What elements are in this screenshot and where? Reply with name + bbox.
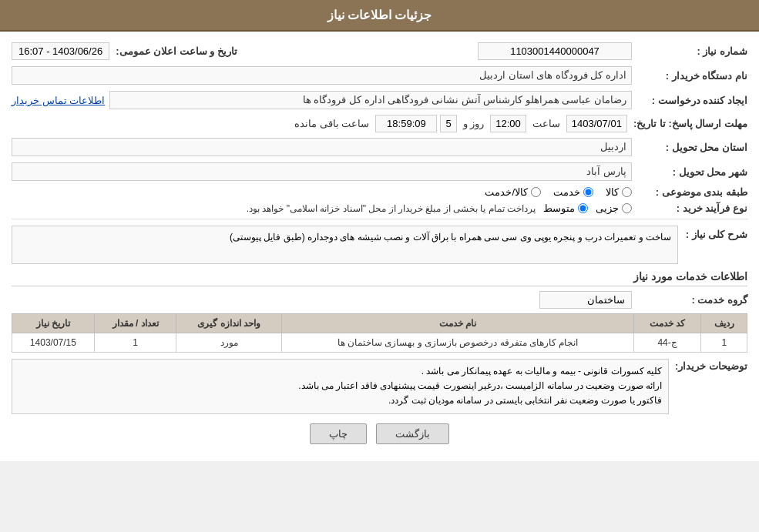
sharh-label: شرح کلی نیاز : bbox=[678, 229, 747, 240]
faraind-desc: پرداخت تمام یا بخشی از مبلغ خریدار از مح… bbox=[247, 203, 536, 214]
mohlat-remaining-label: ساعت باقی مانده bbox=[291, 118, 372, 129]
cell-vahed: مورد bbox=[176, 333, 282, 353]
ostan-label: استان محل تحویل : bbox=[632, 142, 747, 153]
group-row: گروه خدمت : ساختمان bbox=[12, 291, 747, 309]
mohlat-date: 1403/07/01 bbox=[566, 115, 627, 132]
tabaqeh-label: طبقه بندی موضوعی : bbox=[632, 186, 747, 198]
shahr-value: پارس آباد bbox=[12, 162, 632, 181]
sharh-text: ساخت و تعمیرات درب و پنجره یوپی وی سی سی… bbox=[12, 226, 678, 264]
sharh-section: شرح کلی نیاز : ساخت و تعمیرات درب و پنجر… bbox=[12, 226, 747, 264]
ijad-contact-link[interactable]: اطلاعات تماس خریدار bbox=[12, 95, 105, 106]
tarikh-value: 1403/06/26 - 16:07 bbox=[12, 42, 109, 60]
tabaqeh-kala-radio[interactable] bbox=[622, 187, 632, 197]
shahr-row: شهر محل تحویل : پارس آباد bbox=[12, 162, 747, 182]
shomara-row: شماره نیاز : 1103001440000047 تاریخ و سا… bbox=[12, 41, 747, 61]
col-radif: ردیف bbox=[701, 314, 747, 333]
shahr-label: شهر محل تحویل : bbox=[632, 166, 747, 178]
tabaqeh-khadamat-radio[interactable] bbox=[583, 187, 593, 197]
faraind-motavasset-label: متوسط bbox=[543, 202, 575, 214]
shomara-value: 1103001440000047 bbox=[478, 42, 632, 60]
mohlat-saat: 12:00 bbox=[490, 115, 526, 132]
khadamat-section-title: اطلاعات خدمات مورد نیاز bbox=[12, 270, 747, 286]
tabaqeh-kala-khadamat-radio[interactable] bbox=[531, 187, 541, 197]
faraind-jazzi-option[interactable]: جزیی bbox=[596, 202, 632, 214]
tawzeehat-box: کلیه کسورات قانونی - بیمه و مالیات به عه… bbox=[12, 359, 669, 414]
shomara-label: شماره نیاز : bbox=[632, 45, 747, 57]
col-tedad: تعداد / مقدار bbox=[94, 314, 176, 333]
mohlat-rooz-label: روز و bbox=[460, 118, 488, 129]
col-vahed: واحد اندازه گیری bbox=[176, 314, 282, 333]
faraind-row: نوع فرآیند خرید : جزیی متوسط پرداخت تمام… bbox=[12, 202, 747, 214]
nam-dastgah-value: اداره کل فرودگاه های استان اردبیل bbox=[12, 66, 632, 85]
nam-dastgah-row: نام دستگاه خریدار : اداره کل فرودگاه های… bbox=[12, 65, 747, 85]
page-title: جزئیات اطلاعات نیاز bbox=[327, 8, 432, 22]
ijad-label: ایجاد کننده درخواست : bbox=[632, 95, 747, 106]
ijad-name-value: رضامان عباسی همراهلو کارشناس آتش نشانی ف… bbox=[109, 91, 632, 109]
mohlat-remaining: 18:59:09 bbox=[375, 115, 437, 132]
tabaqeh-khadamat-label: خدمت bbox=[553, 186, 580, 198]
tabaqeh-options: کالا خدمت کالا/خدمت bbox=[485, 186, 632, 198]
mohlat-row: مهلت ارسال پاسخ: تا تاریخ: 1403/07/01 سا… bbox=[12, 115, 747, 132]
divider-1 bbox=[12, 219, 747, 219]
tawzeehat-section: توضیحات خریدار: کلیه کسورات قانونی - بیم… bbox=[12, 359, 747, 414]
cell-tarikh: 1403/07/15 bbox=[12, 333, 95, 353]
cell-tedad: 1 bbox=[94, 333, 176, 353]
mohlat-saat-label: ساعت bbox=[529, 118, 563, 129]
content-area: شماره نیاز : 1103001440000047 تاریخ و سا… bbox=[0, 32, 759, 461]
mohlat-rooz: 5 bbox=[440, 115, 456, 132]
cell-kod: ج-44 bbox=[633, 333, 701, 353]
col-tarikh: تاریخ نیاز bbox=[12, 314, 95, 333]
cell-radif: 1 bbox=[701, 333, 747, 353]
tawzeehat-line1: کلیه کسورات قانونی - بیمه و مالیات به عه… bbox=[18, 364, 662, 379]
group-value: ساختمان bbox=[539, 291, 632, 309]
page-wrapper: جزئیات اطلاعات نیاز شماره نیاز : 1103001… bbox=[0, 0, 759, 461]
tabaqeh-row: طبقه بندی موضوعی : کالا خدمت کالا/خدمت bbox=[12, 186, 747, 198]
tabaqeh-khadamat-option[interactable]: خدمت bbox=[553, 186, 593, 198]
faraind-options: جزیی متوسط پرداخت تمام یا بخشی از مبلغ خ… bbox=[247, 202, 632, 214]
tawzeehat-label: توضیحات خریدار: bbox=[669, 360, 747, 372]
ostan-row: استان محل تحویل : اردبیل bbox=[12, 137, 747, 157]
tabaqeh-kala-label: کالا bbox=[606, 186, 619, 198]
tabaqeh-kala-option[interactable]: کالا bbox=[606, 186, 632, 198]
faraind-motavasset-option[interactable]: متوسط bbox=[543, 202, 588, 214]
faraind-motavasset-radio[interactable] bbox=[578, 203, 588, 213]
tabaqeh-kala-khadamat-option[interactable]: کالا/خدمت bbox=[485, 186, 541, 198]
col-nam: نام خدمت bbox=[282, 314, 634, 333]
cell-nam: انجام کارهای متفرقه درخصوص بازسازی و بهس… bbox=[282, 333, 634, 353]
nam-dastgah-label: نام دستگاه خریدار : bbox=[632, 70, 747, 82]
tawzeehat-line3: فاکتور یا صورت وضعیت نفر انتخابی بایستی … bbox=[18, 393, 662, 408]
table-row: 1 ج-44 انجام کارهای متفرقه درخصوص بازساز… bbox=[12, 333, 747, 353]
faraind-jazzi-radio[interactable] bbox=[622, 203, 632, 213]
bazgasht-button[interactable]: بازگشت bbox=[376, 423, 449, 444]
ijad-row: ایجاد کننده درخواست : رضامان عباسی همراه… bbox=[12, 90, 747, 110]
chap-button[interactable]: چاپ bbox=[310, 423, 367, 444]
mohlat-label: مهلت ارسال پاسخ: تا تاریخ: bbox=[627, 118, 747, 129]
faraind-label: نوع فرآیند خرید : bbox=[632, 202, 747, 214]
group-label: گروه خدمت : bbox=[632, 294, 747, 306]
col-kod: کد خدمت bbox=[633, 314, 701, 333]
faraind-jazzi-label: جزیی bbox=[596, 202, 619, 214]
tabaqeh-kala-khadamat-label: کالا/خدمت bbox=[485, 186, 528, 198]
ostan-value: اردبیل bbox=[12, 138, 632, 156]
tawzeehat-line2: ارائه صورت وضعیت در سامانه الزامیست ،درغ… bbox=[18, 379, 662, 393]
mohlat-fields: 1403/07/01 ساعت 12:00 روز و 5 18:59:09 س… bbox=[12, 115, 627, 132]
items-table: ردیف کد خدمت نام خدمت واحد اندازه گیری ت… bbox=[12, 313, 747, 353]
buttons-row: بازگشت چاپ bbox=[12, 423, 747, 444]
tarikh-label: تاریخ و ساعت اعلان عمومی: bbox=[109, 45, 237, 57]
page-header: جزئیات اطلاعات نیاز bbox=[0, 0, 759, 32]
